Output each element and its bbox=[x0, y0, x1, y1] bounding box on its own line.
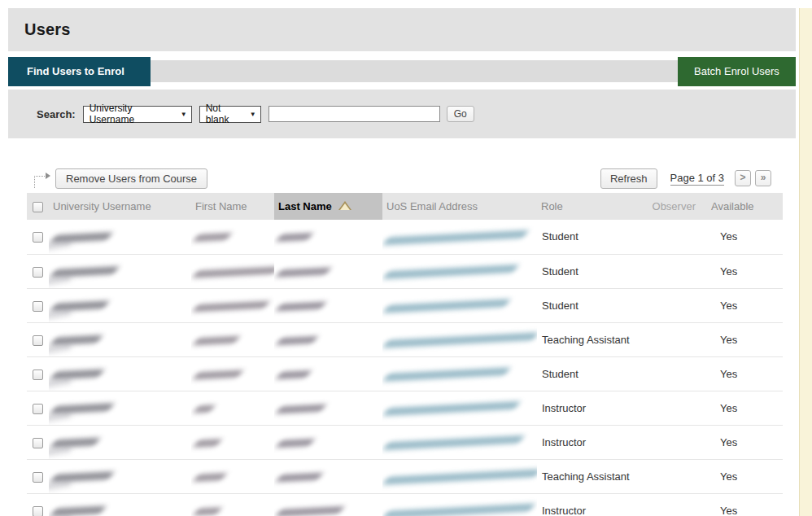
username-cell bbox=[49, 493, 191, 516]
table-row: Teaching Assistant Yes bbox=[27, 459, 783, 493]
column-header-username[interactable]: University Username bbox=[49, 193, 191, 220]
sort-ascending-icon bbox=[338, 201, 352, 210]
refresh-button[interactable]: Refresh bbox=[600, 168, 657, 189]
redacted-first-name bbox=[193, 300, 270, 312]
redacted-last-name bbox=[276, 267, 331, 277]
observer-cell bbox=[647, 220, 705, 254]
row-checkbox[interactable] bbox=[33, 506, 43, 516]
email-cell bbox=[382, 425, 537, 459]
role-cell: Instructor bbox=[537, 425, 647, 459]
chevron-down-icon: ▼ bbox=[181, 111, 187, 118]
users-table: University Username First Name Last Name… bbox=[27, 193, 783, 516]
redacted-email bbox=[383, 367, 511, 382]
column-header-first-name[interactable]: First Name bbox=[191, 193, 274, 220]
action-bar: Remove Users from Course Refresh Page 1 … bbox=[34, 167, 771, 190]
first-name-cell bbox=[191, 322, 274, 356]
column-header-last-name-sorted[interactable]: Last Name bbox=[274, 193, 382, 220]
row-checkbox[interactable] bbox=[33, 267, 43, 278]
next-page-button[interactable]: > bbox=[735, 170, 751, 186]
available-cell: Yes bbox=[705, 391, 783, 425]
email-cell bbox=[382, 493, 537, 516]
column-header-observer: Observer bbox=[647, 193, 705, 220]
last-page-button[interactable]: » bbox=[755, 170, 771, 186]
batch-enrol-users-button[interactable]: Batch Enrol Users bbox=[678, 57, 796, 86]
observer-cell bbox=[647, 425, 705, 459]
available-cell: Yes bbox=[705, 425, 783, 459]
table-body: Student Yes Student Yes Student Yes Teac… bbox=[27, 220, 783, 516]
column-header-available: Available bbox=[705, 193, 783, 220]
content-area: Users Find Users to Enrol Batch Enrol Us… bbox=[8, 8, 796, 516]
email-cell bbox=[382, 391, 537, 425]
page-status[interactable]: Page 1 of 3 bbox=[670, 172, 725, 186]
username-cell bbox=[49, 391, 191, 425]
role-cell: Student bbox=[537, 356, 647, 391]
row-checkbox[interactable] bbox=[33, 404, 43, 414]
first-name-cell bbox=[191, 220, 274, 254]
column-header-role[interactable]: Role bbox=[537, 193, 647, 220]
available-cell: Yes bbox=[705, 459, 783, 493]
page-header: Users bbox=[8, 8, 796, 51]
table-row: Instructor Yes bbox=[27, 493, 783, 516]
role-cell: Teaching Assistant bbox=[537, 322, 647, 356]
redacted-first-name bbox=[193, 266, 274, 278]
select-all-checkbox[interactable] bbox=[33, 202, 43, 212]
username-cell bbox=[49, 459, 191, 493]
role-cell: Teaching Assistant bbox=[537, 459, 647, 493]
last-name-cell bbox=[274, 288, 382, 322]
redacted-last-name bbox=[276, 472, 323, 482]
table-row: Instructor Yes bbox=[27, 391, 783, 425]
row-checkbox[interactable] bbox=[33, 438, 43, 448]
observer-cell bbox=[647, 322, 705, 356]
redacted-username bbox=[50, 369, 104, 379]
row-checkbox[interactable] bbox=[33, 232, 43, 243]
search-condition-select[interactable]: Not blank ▼ bbox=[199, 106, 261, 123]
email-cell bbox=[382, 220, 537, 254]
email-cell bbox=[382, 356, 537, 391]
go-button[interactable]: Go bbox=[447, 106, 474, 122]
row-checkbox[interactable] bbox=[33, 370, 43, 380]
redacted-last-name bbox=[276, 233, 312, 242]
username-cell bbox=[49, 356, 191, 391]
role-cell: Student bbox=[537, 288, 647, 322]
redacted-last-name bbox=[276, 438, 314, 447]
role-cell: Student bbox=[537, 254, 647, 288]
redacted-last-name bbox=[276, 301, 326, 311]
redacted-username bbox=[50, 438, 100, 448]
redacted-email bbox=[383, 299, 511, 313]
row-checkbox[interactable] bbox=[33, 335, 43, 346]
email-cell bbox=[382, 288, 537, 322]
first-name-cell bbox=[191, 425, 274, 459]
email-cell bbox=[382, 459, 537, 493]
redacted-first-name bbox=[193, 473, 226, 482]
column-header-email[interactable]: UoS Email Address bbox=[382, 193, 537, 220]
observer-cell bbox=[647, 459, 705, 493]
table-row: Student Yes bbox=[27, 254, 783, 288]
table-header: University Username First Name Last Name… bbox=[27, 193, 783, 220]
last-name-cell bbox=[274, 391, 382, 425]
observer-cell bbox=[647, 288, 705, 322]
table-row: Student Yes bbox=[27, 220, 783, 254]
available-cell: Yes bbox=[705, 220, 783, 254]
search-input[interactable] bbox=[268, 106, 440, 122]
redacted-username bbox=[50, 403, 115, 414]
redacted-email bbox=[382, 230, 528, 245]
table-row: Student Yes bbox=[27, 356, 783, 391]
redacted-email bbox=[382, 503, 535, 516]
redacted-username bbox=[50, 232, 113, 243]
row-checkbox[interactable] bbox=[33, 301, 43, 312]
available-cell: Yes bbox=[705, 493, 783, 516]
row-checkbox[interactable] bbox=[33, 472, 43, 483]
available-cell: Yes bbox=[705, 356, 783, 391]
apply-to-selected-arrow-icon bbox=[34, 176, 48, 188]
remove-users-button[interactable]: Remove Users from Course bbox=[55, 168, 207, 189]
email-cell bbox=[382, 254, 537, 288]
tab-find-users-to-enrol[interactable]: Find Users to Enrol bbox=[8, 57, 151, 86]
search-field-select[interactable]: University Username ▼ bbox=[83, 106, 192, 123]
tab-bar: Find Users to Enrol Batch Enrol Users bbox=[8, 57, 796, 86]
redacted-first-name bbox=[193, 507, 221, 516]
redacted-email bbox=[382, 401, 520, 416]
role-cell: Instructor bbox=[537, 493, 647, 516]
chevron-down-icon: ▼ bbox=[250, 111, 256, 118]
column-header-last-name-label: Last Name bbox=[278, 200, 332, 212]
first-name-cell bbox=[191, 288, 274, 322]
